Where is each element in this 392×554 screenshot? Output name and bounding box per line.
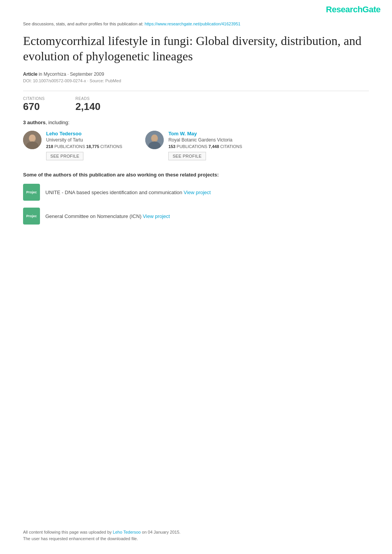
- author-name-leho[interactable]: Leho Tedersoo: [46, 131, 122, 136]
- authors-heading: 3 authors, including:: [23, 120, 369, 125]
- footer-line-2: The user has requested enhancement of th…: [23, 536, 369, 542]
- author-pubs-tom: 153 PUBLICATIONS 7,448 CITATIONS: [168, 144, 242, 149]
- researchgate-logo: ResearchGate: [326, 5, 380, 15]
- project-text-2: General Committee on Nomenclature (ICN) …: [45, 213, 170, 219]
- stats-row: CITATIONS 670 READS 2,140: [23, 96, 369, 113]
- authors-grid: Leho Tedersoo University of Tartu 218 PU…: [23, 131, 369, 160]
- svg-point-7: [151, 135, 158, 141]
- see-profile-button-tom[interactable]: SEE PROFILE: [168, 152, 206, 160]
- publication-link[interactable]: https://www.researchgate.net/publication…: [145, 22, 241, 26]
- citations-stat: CITATIONS 670: [23, 96, 45, 113]
- project-badge-2: Projec: [23, 208, 40, 225]
- avatar-tom: [145, 131, 164, 149]
- doi-line: DOI: 10.1007/s00572-009-0274-x · Source:…: [23, 78, 369, 83]
- paper-title: Ectomycorrhizal lifestyle in fungi: Glob…: [23, 33, 369, 64]
- avatar-leho: [23, 131, 42, 149]
- projects-heading: Some of the authors of this publication …: [23, 172, 369, 178]
- project-item-2: Projec General Committee on Nomenclature…: [23, 208, 369, 225]
- author-card-leho: Leho Tedersoo University of Tartu 218 PU…: [23, 131, 122, 160]
- header: ResearchGate: [0, 0, 392, 18]
- footer-author-link[interactable]: Leho Tedersoo: [113, 530, 141, 534]
- footer-line-1: All content following this page was uplo…: [23, 529, 369, 536]
- project-link-2[interactable]: View project: [143, 213, 170, 219]
- author-name-tom[interactable]: Tom W. May: [168, 131, 242, 136]
- main-content: See discussions, stats, and author profi…: [0, 18, 392, 247]
- footer: All content following this page was uplo…: [23, 529, 369, 542]
- project-item-1: Projec UNITE - DNA based species identif…: [23, 184, 369, 201]
- avatar-image-leho: [23, 131, 42, 149]
- article-meta: Article in Mycorrhiza · September 2009: [23, 72, 369, 77]
- author-pubs-leho: 218 PUBLICATIONS 18,775 CITATIONS: [46, 144, 122, 149]
- author-info-leho: Leho Tedersoo University of Tartu 218 PU…: [46, 131, 122, 160]
- reads-stat: READS 2,140: [75, 96, 100, 113]
- divider-1: [23, 91, 369, 91]
- project-link-1[interactable]: View project: [184, 190, 211, 195]
- author-affiliation-tom: Royal Botanic Gardens Victoria: [168, 137, 242, 143]
- author-info-tom: Tom W. May Royal Botanic Gardens Victori…: [168, 131, 242, 160]
- project-text-1: UNITE - DNA based species identification…: [45, 190, 211, 195]
- avatar-image-tom: [145, 131, 164, 149]
- svg-point-3: [29, 135, 35, 141]
- see-profile-button-leho[interactable]: SEE PROFILE: [46, 152, 83, 160]
- author-card-tom: Tom W. May Royal Botanic Gardens Victori…: [145, 131, 242, 160]
- project-badge-1: Projec: [23, 184, 40, 201]
- author-affiliation-leho: University of Tartu: [46, 137, 122, 143]
- top-link: See discussions, stats, and author profi…: [23, 22, 369, 26]
